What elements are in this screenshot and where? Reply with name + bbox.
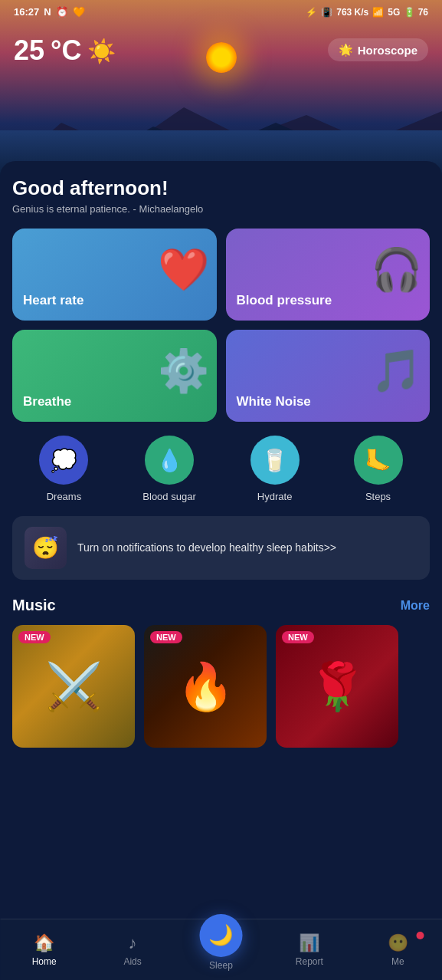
white-noise-label: White Noise (237, 394, 420, 409)
sun-decoration (206, 42, 237, 73)
music-card-1-badge: NEW (18, 631, 51, 643)
blood-pressure-card[interactable]: 🎧 Blood pressure (226, 229, 431, 321)
heart-rate-label: Heart rate (23, 293, 206, 308)
home-icon: 🏠 (34, 933, 54, 953)
heart-rate-card[interactable]: ❤️ Heart rate (12, 229, 217, 321)
horoscope-button[interactable]: 🌟 Horoscope (328, 38, 428, 61)
report-icon: 📊 (299, 933, 319, 953)
greeting-quote: Genius is eternal patience. - Michaelang… (12, 203, 430, 215)
breathe-label: Breathe (23, 394, 206, 409)
white-noise-card[interactable]: 🎵 White Noise (226, 330, 431, 422)
breathe-card[interactable]: ⚙️ Breathe (12, 330, 217, 422)
dreams-item[interactable]: 💭 Dreams (39, 436, 88, 502)
nav-report[interactable]: 📊 Report (286, 933, 332, 967)
dreams-label: Dreams (47, 491, 82, 502)
music-card-1-bg: ⚔️ (12, 625, 135, 748)
steps-icon: 🦶 (365, 448, 391, 473)
alarm-icon: ⏰ (56, 6, 68, 18)
weather-info: 25 °C ☀️ (14, 35, 116, 67)
breathe-icon: ⚙️ (158, 347, 209, 395)
report-label: Report (296, 956, 323, 967)
nav-aids[interactable]: ♪ Aids (110, 933, 156, 967)
bluetooth-icon: ⚡ (306, 7, 317, 18)
heart-rate-icon: ❤️ (158, 245, 209, 294)
signal-icon: 5G (388, 7, 400, 18)
notification-banner[interactable]: 😴 Turn on notifications to develop healt… (12, 516, 430, 580)
hero-section: 25 °C ☀️ 🌟 Horoscope (0, 0, 442, 176)
star-icon: 🌟 (339, 43, 353, 57)
blood-pressure-label: Blood pressure (237, 293, 420, 308)
blood-sugar-icon: 💧 (156, 448, 183, 473)
music-section-header: Music More (12, 597, 430, 614)
greeting-title: Good afternoon! (12, 176, 430, 200)
steps-label: Steps (365, 491, 391, 502)
main-content: Good afternoon! Genius is eternal patien… (0, 161, 442, 824)
weather-icon: ☀️ (87, 38, 116, 64)
horoscope-label: Horoscope (358, 44, 417, 57)
hydrate-label: Hydrate (257, 491, 293, 502)
aids-icon: ♪ (129, 933, 137, 953)
me-badge (416, 932, 424, 939)
steps-circle: 🦶 (354, 436, 403, 485)
music-card-1-emoji: ⚔️ (45, 659, 103, 714)
me-icon: 😶 (388, 933, 408, 953)
music-card-3[interactable]: 🌹 NEW (276, 625, 398, 748)
music-card-3-emoji: 🌹 (309, 659, 366, 714)
status-left: 16:27 N ⏰ 🧡 (14, 6, 85, 18)
hydrate-circle: 🥛 (250, 436, 300, 485)
notif-avatar-emoji: 😴 (32, 535, 59, 561)
music-cards-row: ⚔️ NEW 🔥 NEW 🌹 NEW (12, 625, 430, 748)
network-speed: 763 K/s (336, 7, 368, 18)
heart-status-icon: 🧡 (73, 6, 85, 18)
notif-text: Turn on notifications to develop healthy… (77, 541, 336, 556)
blood-sugar-circle: 💧 (145, 436, 194, 485)
status-bar: 16:27 N ⏰ 🧡 ⚡ 📳 763 K/s 📶 5G 🔋 76 (0, 0, 442, 21)
music-card-3-bg: 🌹 (276, 625, 398, 748)
nav-sleep[interactable]: 🌙 Sleep (198, 929, 244, 971)
sleep-icon: 🌙 (208, 923, 233, 947)
status-time: 16:27 (14, 6, 39, 18)
music-card-2-badge: NEW (150, 631, 182, 643)
blood-sugar-label: Blood sugar (142, 491, 195, 502)
nfc-icon: N (44, 6, 51, 18)
notif-avatar: 😴 (25, 527, 67, 569)
music-card-2-bg: 🔥 (144, 625, 267, 748)
vibrate-icon: 📳 (321, 7, 332, 18)
sleep-button[interactable]: 🌙 (199, 914, 242, 957)
music-more-button[interactable]: More (401, 599, 430, 613)
temp-unit: °C (51, 35, 81, 67)
hydrate-item[interactable]: 🥛 Hydrate (250, 436, 300, 502)
circle-icons-row: 💭 Dreams 💧 Blood sugar 🥛 Hydrate 🦶 Steps (12, 436, 430, 502)
music-section-title: Music (12, 597, 56, 614)
nav-me[interactable]: 😶 Me (375, 933, 421, 967)
home-label: Home (32, 956, 57, 967)
blood-pressure-icon: 🎧 (371, 245, 422, 294)
battery-icon: 🔋 76 (404, 7, 428, 18)
blood-sugar-item[interactable]: 💧 Blood sugar (142, 436, 195, 502)
white-noise-icon: 🎵 (371, 347, 422, 395)
wifi-icon: 📶 (372, 7, 384, 18)
me-label: Me (391, 956, 404, 967)
aids-label: Aids (123, 956, 141, 967)
music-card-3-badge: NEW (282, 631, 314, 643)
temperature: 25 (14, 35, 44, 67)
sleep-label: Sleep (209, 960, 233, 971)
dreams-circle: 💭 (39, 436, 88, 485)
bottom-navigation: 🏠 Home ♪ Aids 🌙 Sleep 📊 Report 😶 Me (0, 919, 442, 980)
music-card-1[interactable]: ⚔️ NEW (12, 625, 135, 748)
feature-cards-grid: ❤️ Heart rate 🎧 Blood pressure ⚙️ Breath… (12, 229, 430, 422)
steps-item[interactable]: 🦶 Steps (354, 436, 403, 502)
status-right: ⚡ 📳 763 K/s 📶 5G 🔋 76 (306, 7, 428, 18)
music-card-2-emoji: 🔥 (177, 659, 234, 714)
dreams-icon: 💭 (51, 448, 77, 473)
hydrate-icon: 🥛 (261, 448, 288, 473)
music-card-2[interactable]: 🔥 NEW (144, 625, 267, 748)
nav-home[interactable]: 🏠 Home (21, 933, 67, 967)
